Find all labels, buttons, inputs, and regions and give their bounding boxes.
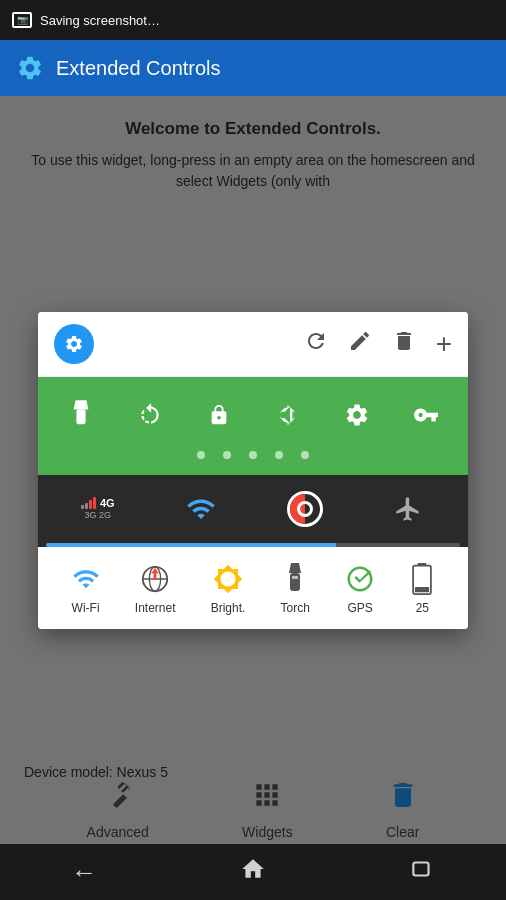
lock-icon[interactable] [194,393,244,437]
dot-4[interactable] [275,451,283,459]
dot-5[interactable] [301,451,309,459]
dark-panel-icons-row: 4G 3G 2G [46,487,460,543]
white-panel-items-row: Wi-Fi Intern [54,561,452,615]
rotate-icon[interactable] [125,393,175,437]
internet-label: Internet [135,601,176,615]
svg-rect-9 [290,573,300,591]
app-header: Extended Controls [0,40,506,96]
wifi-dark-icon[interactable] [171,487,231,531]
svg-rect-7 [154,573,157,580]
white-brightness-item[interactable]: Bright. [211,561,246,615]
svg-rect-2 [78,413,84,415]
volume-icon[interactable] [263,393,313,437]
status-bar-text: Saving screenshot… [40,13,160,28]
white-gps-icon [345,561,375,597]
white-battery-icon [410,561,434,597]
edit-button[interactable] [348,329,372,359]
svg-rect-14 [413,863,428,876]
gps-label: GPS [347,601,372,615]
settings-gear-icon[interactable] [332,393,382,437]
svg-rect-10 [292,576,298,579]
white-internet-item[interactable]: Internet [135,561,176,615]
dark-panel: 4G 3G 2G [38,475,468,547]
dot-3[interactable] [249,451,257,459]
dot-1[interactable] [197,451,205,459]
svg-marker-8 [289,563,301,573]
delete-button[interactable] [392,329,416,359]
dot-2[interactable] [223,451,231,459]
wifi-label: Wi-Fi [72,601,100,615]
dialog-toolbar: + [38,312,468,377]
white-battery-item[interactable]: 25 [410,561,434,615]
white-torch-item[interactable]: Torch [281,561,310,615]
screenshot-icon: 📷 [12,12,32,28]
brightness-label: Bright. [211,601,246,615]
white-brightness-icon [213,561,243,597]
home-button[interactable] [240,856,266,888]
refresh-button[interactable] [304,329,328,359]
white-gps-item[interactable]: GPS [345,561,375,615]
green-icons-row [46,393,460,437]
svg-rect-1 [76,409,85,424]
key-icon[interactable] [401,393,451,437]
pagination-dots [197,451,309,459]
app-header-title: Extended Controls [56,57,221,80]
recents-button[interactable] [409,856,435,888]
green-widget-panel [38,377,468,475]
white-wifi-item[interactable]: Wi-Fi [72,561,100,615]
svg-marker-0 [73,400,88,409]
torch-label: Torch [281,601,310,615]
back-button[interactable]: ← [71,857,97,888]
cell-signal-icon[interactable]: 4G 3G 2G [68,487,128,531]
dialog-overlay: + [0,96,506,844]
system-nav-bar: ← [0,844,506,900]
flashlight-icon[interactable] [56,393,106,437]
timer-icon[interactable] [275,487,335,531]
extended-controls-dialog: + [38,312,468,629]
add-button[interactable]: + [436,330,452,358]
white-torch-icon [283,561,307,597]
svg-rect-13 [415,587,429,592]
white-widget-panel: Wi-Fi Intern [38,547,468,629]
status-bar: 📷 Saving screenshot… [0,0,506,40]
white-wifi-icon [72,561,100,597]
battery-label: 25 [416,601,429,615]
toolbar-actions: + [304,329,452,359]
gear-icon [16,54,44,82]
airplane-icon[interactable] [378,487,438,531]
settings-button[interactable] [54,324,94,364]
white-internet-icon [140,561,170,597]
